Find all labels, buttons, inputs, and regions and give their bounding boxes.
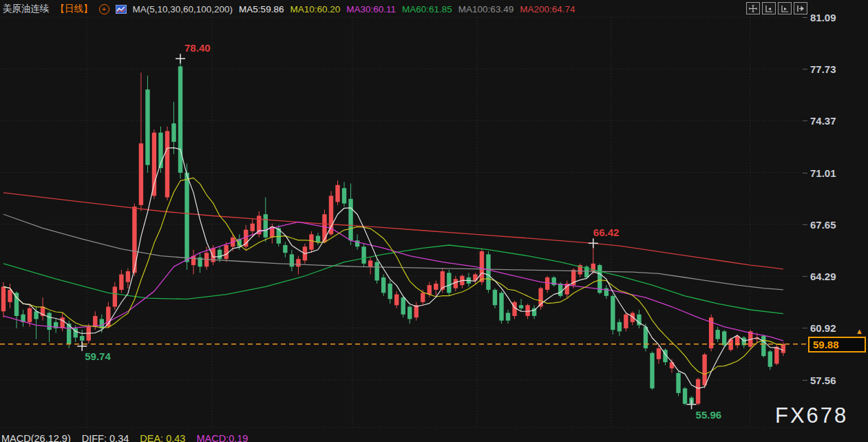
macd-dea-value: DEA: 0.43 bbox=[140, 433, 185, 442]
ma100-value: MA100:63.49 bbox=[458, 4, 514, 14]
macd-value: MACD:0.19 bbox=[196, 433, 248, 442]
watermark: FX678 bbox=[775, 403, 848, 428]
macd-settings-label: MACD(26,12,9) bbox=[1, 433, 71, 442]
chart-canvas[interactable] bbox=[0, 0, 868, 442]
ma60-value: MA60:61.85 bbox=[402, 4, 452, 14]
chart-type-icon[interactable] bbox=[116, 5, 127, 14]
ma10-value: MA10:60.20 bbox=[290, 4, 340, 14]
chart-window: 78.4059.7466.4255.9681.0977.7374.3771.01… bbox=[0, 0, 868, 442]
scale-play-icon[interactable] bbox=[778, 2, 792, 14]
chart-toolbar bbox=[746, 2, 807, 14]
ma30-value: MA30:60.11 bbox=[346, 4, 396, 14]
add-indicator-icon[interactable]: + bbox=[99, 4, 109, 14]
instrument-title: 美原油连续 bbox=[3, 3, 50, 15]
header-bar: 美原油连续 【日线】 + MA(5,10,30,60,100,200) MA5:… bbox=[3, 2, 575, 16]
macd-diff-value: DIFF: 0.34 bbox=[82, 433, 129, 442]
ma200-value: MA200:64.74 bbox=[520, 4, 575, 14]
price-arrow-icon: ▲ bbox=[856, 328, 863, 335]
ma-settings-label[interactable]: MA(5,10,30,60,100,200) bbox=[133, 4, 233, 14]
ma5-value: MA5:59.86 bbox=[239, 4, 284, 14]
scale-left-icon[interactable] bbox=[762, 2, 776, 14]
macd-panel-header: MACD(26,12,9) DIFF: 0.34 DEA: 0.43 MACD:… bbox=[1, 433, 256, 442]
period-selector[interactable]: 【日线】 bbox=[56, 3, 93, 15]
current-price-tag: 59.88 bbox=[808, 337, 866, 352]
jump-latest-icon[interactable] bbox=[794, 2, 807, 14]
pan-tool-icon[interactable] bbox=[746, 2, 760, 14]
